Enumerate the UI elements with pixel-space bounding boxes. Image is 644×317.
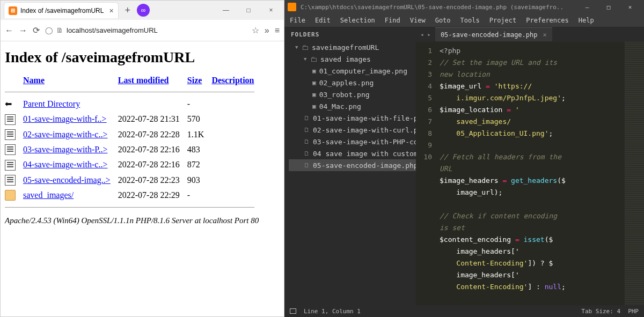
tab-close-icon[interactable]: × xyxy=(543,31,547,39)
file-icon: 🗋 xyxy=(304,150,310,157)
menu-view[interactable]: View xyxy=(410,17,426,24)
editor-tab[interactable]: 05-save-encoded-image.php× xyxy=(435,27,552,41)
tree-folder-root[interactable]: ▼🗀saveimagefromURL xyxy=(289,41,416,53)
window-maximize-icon[interactable]: □ xyxy=(598,4,619,11)
code-editor[interactable]: 12345678910 <?php // Set the image URL a… xyxy=(416,42,644,305)
profile-icon[interactable]: ∞ xyxy=(137,4,150,17)
table-row: 02-save-image-with-c..>2022-07-28 22:281… xyxy=(5,127,262,142)
menu-icon[interactable]: ≡ xyxy=(275,26,280,35)
tab-nav-icon[interactable]: ◂ ▸ xyxy=(416,31,435,38)
shield-icon: ◯ xyxy=(45,26,53,34)
browser-tabbar: ⊞ Index of /saveimagefromURL × + ∞ — □ × xyxy=(1,1,284,20)
col-description[interactable]: Description xyxy=(211,76,254,85)
tab-size[interactable]: Tab Size: 4 xyxy=(581,308,620,315)
menu-file[interactable]: File xyxy=(290,17,305,24)
menu-help[interactable]: Help xyxy=(579,17,594,24)
parent-directory-row: ⬅ Parent Directory - xyxy=(5,97,262,112)
col-size[interactable]: Size xyxy=(187,76,202,85)
menu-project[interactable]: Project xyxy=(489,17,517,24)
language-mode[interactable]: PHP xyxy=(628,308,639,315)
file-link[interactable]: 02-save-image-with-c..> xyxy=(23,130,107,139)
url-bar[interactable]: ◯ 🗎 localhost/saveimagefromURL xyxy=(45,26,246,34)
status-bar: Line 1, Column 1 Tab Size: 4 PHP xyxy=(284,305,644,317)
folder-link[interactable]: saved_images/ xyxy=(23,190,74,200)
image-icon: ▣ xyxy=(312,68,316,75)
folder-icon xyxy=(5,190,16,201)
tree-image[interactable]: ▣02_apples.png xyxy=(289,77,416,89)
tree-image[interactable]: ▣03_robot.png xyxy=(289,89,416,100)
reload-icon[interactable]: ⟳ xyxy=(33,25,40,35)
url-text: localhost/saveimagefromURL xyxy=(67,26,158,34)
overflow-icon[interactable]: » xyxy=(265,26,269,35)
text-file-icon xyxy=(5,114,16,125)
file-link[interactable]: 04-save-image-with-c..> xyxy=(23,160,107,169)
editor-title: C:\xampp\htdocs\saveimagefromURL\05-save… xyxy=(301,4,564,11)
tab-title: Index of /saveimagefromURL xyxy=(20,7,104,14)
window-close-icon[interactable]: × xyxy=(619,4,641,11)
file-icon: 🗋 xyxy=(304,127,310,134)
page-title: Index of /saveimagefromURL xyxy=(5,49,280,66)
new-tab-button[interactable]: + xyxy=(122,5,134,16)
code-area: ◂ ▸ 05-save-encoded-image.php× 123456789… xyxy=(416,27,644,305)
menu-tools[interactable]: Tools xyxy=(460,17,480,24)
image-icon: ▣ xyxy=(312,79,316,86)
cursor-position[interactable]: Line 1, Column 1 xyxy=(304,308,361,315)
text-file-icon xyxy=(5,129,16,140)
tree-file[interactable]: 🗋04 save image with custom xyxy=(289,148,416,159)
back-arrow-icon: ⬅ xyxy=(5,99,16,109)
tree-file[interactable]: 🗋01-save-image-with-file-put- xyxy=(289,112,416,124)
editor-menubar: File Edit Selection Find View Goto Tools… xyxy=(284,14,644,27)
document-icon: 🗎 xyxy=(56,26,63,34)
file-icon: 🗋 xyxy=(304,115,310,122)
menu-find[interactable]: Find xyxy=(385,17,400,24)
tree-file-selected[interactable]: 🗋05-save-encoded-image.php xyxy=(289,159,416,171)
browser-toolbar: ← → ⟳ ◯ 🗎 localhost/saveimagefromURL ☆ »… xyxy=(1,20,284,41)
tree-image[interactable]: ▣04_Mac.png xyxy=(289,100,416,112)
directory-listing: Name Last modified Size Description ⬅ Pa… xyxy=(5,76,262,212)
server-signature: Apache/2.4.53 (Win64) OpenSSL/1.1.1n PHP… xyxy=(5,216,280,225)
browser-tab[interactable]: ⊞ Index of /saveimagefromURL × xyxy=(4,2,119,18)
folders-header: FOLDERS xyxy=(291,31,416,38)
menu-goto[interactable]: Goto xyxy=(435,17,451,24)
menu-edit[interactable]: Edit xyxy=(315,17,331,24)
editor-titlebar: C:\xampp\htdocs\saveimagefromURL\05-save… xyxy=(284,0,644,14)
xampp-icon: ⊞ xyxy=(9,6,17,15)
menu-selection[interactable]: Selection xyxy=(340,17,375,24)
minimap[interactable] xyxy=(625,42,644,305)
panel-icon[interactable] xyxy=(290,308,296,314)
table-row: saved_images/2022-07-28 22:29- xyxy=(5,188,262,203)
table-row: 03-save-image-with-P..>2022-07-28 22:164… xyxy=(5,142,262,157)
text-file-icon xyxy=(5,144,16,155)
sublime-window: C:\xampp\htdocs\saveimagefromURL\05-save… xyxy=(284,0,644,317)
window-minimize-icon[interactable]: — xyxy=(576,4,598,11)
text-file-icon xyxy=(5,175,16,186)
window-minimize-icon[interactable]: — xyxy=(216,3,236,18)
page-content: Index of /saveimagefromURL Name Last mod… xyxy=(1,41,284,316)
tree-folder[interactable]: ▼🗀saved images xyxy=(289,53,416,65)
window-maximize-icon[interactable]: □ xyxy=(239,3,258,18)
menu-preferences[interactable]: Preferences xyxy=(526,17,568,24)
file-link[interactable]: 01-save-image-with-f..> xyxy=(23,114,107,123)
forward-icon[interactable]: → xyxy=(19,26,27,35)
tab-close-icon[interactable]: × xyxy=(109,6,113,15)
image-icon: ▣ xyxy=(312,103,316,110)
source[interactable]: <?php // Set the image URL and its new l… xyxy=(437,42,625,305)
folder-icon: 🗀 xyxy=(310,55,317,63)
file-link[interactable]: 03-save-image-with-P..> xyxy=(23,145,107,154)
col-modified[interactable]: Last modified xyxy=(118,76,169,85)
folder-icon: 🗀 xyxy=(302,43,309,51)
image-icon: ▣ xyxy=(312,91,316,98)
file-icon: 🗋 xyxy=(304,162,310,169)
tree-file[interactable]: 🗋02-save-image-with-curl.php xyxy=(289,124,416,136)
text-file-icon xyxy=(5,160,16,171)
col-name[interactable]: Name xyxy=(23,76,45,85)
tree-image[interactable]: ▣01_computer_image.png xyxy=(289,65,416,77)
file-link[interactable]: 05-save-encoded-imag..> xyxy=(23,175,111,185)
bookmark-icon[interactable]: ☆ xyxy=(252,25,259,35)
tree-file[interactable]: 🗋03-save-image-with-PHP-co xyxy=(289,136,416,148)
window-close-icon[interactable]: × xyxy=(261,3,281,18)
parent-directory-link[interactable]: Parent Directory xyxy=(23,99,80,108)
back-icon[interactable]: ← xyxy=(5,26,13,35)
firefox-window: ⊞ Index of /saveimagefromURL × + ∞ — □ ×… xyxy=(0,0,284,317)
table-row: 01-save-image-with-f..>2022-07-28 21:315… xyxy=(5,112,262,127)
